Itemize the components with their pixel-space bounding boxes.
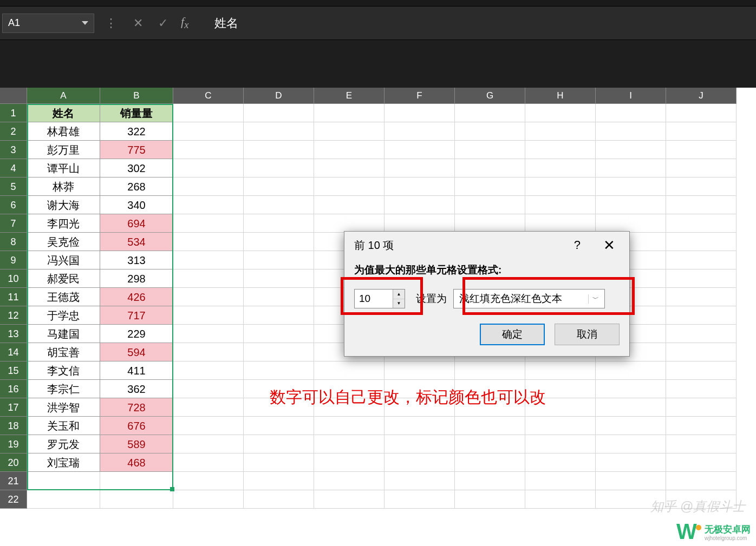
cell-G6[interactable]: [455, 196, 525, 214]
cell-F19[interactable]: [384, 435, 455, 453]
row-header-12[interactable]: 12: [0, 306, 27, 325]
cell-F18[interactable]: [384, 417, 455, 435]
cell-J17[interactable]: [666, 398, 737, 417]
cell-D20[interactable]: [244, 453, 314, 472]
cell-F6[interactable]: [384, 196, 455, 214]
row-header-5[interactable]: 5: [0, 177, 27, 196]
cell-B14[interactable]: 594: [100, 343, 173, 361]
cell-A15[interactable]: 李文信: [27, 361, 100, 380]
row-header-21[interactable]: 21: [0, 472, 27, 490]
column-header-E[interactable]: E: [314, 88, 384, 104]
cell-B11[interactable]: 426: [100, 288, 173, 306]
cell-E2[interactable]: [314, 122, 384, 141]
cell-A17[interactable]: 洪学智: [27, 398, 100, 417]
cell-A8[interactable]: 吴克俭: [27, 233, 100, 251]
cell-J9[interactable]: [666, 251, 737, 269]
count-input[interactable]: [355, 290, 393, 308]
row-header-19[interactable]: 19: [0, 435, 27, 453]
cell-B1[interactable]: 销量量: [100, 104, 173, 122]
cell-B19[interactable]: 589: [100, 435, 173, 453]
cell-D19[interactable]: [244, 435, 314, 453]
cell-A16[interactable]: 李宗仁: [27, 380, 100, 398]
select-all-corner[interactable]: [0, 88, 27, 104]
cell-A20[interactable]: 刘宝瑞: [27, 453, 100, 472]
cell-E6[interactable]: [314, 196, 384, 214]
cell-I3[interactable]: [596, 141, 666, 159]
column-header-I[interactable]: I: [596, 88, 666, 104]
cell-E19[interactable]: [314, 435, 384, 453]
cell-I17[interactable]: [596, 398, 666, 417]
cell-F21[interactable]: [384, 472, 455, 490]
cell-I19[interactable]: [596, 435, 666, 453]
cell-J19[interactable]: [666, 435, 737, 453]
column-header-J[interactable]: J: [666, 88, 737, 104]
cell-C12[interactable]: [173, 306, 244, 325]
cell-I5[interactable]: [596, 177, 666, 196]
cell-J2[interactable]: [666, 122, 737, 141]
cell-I7[interactable]: [596, 214, 666, 233]
cell-B22[interactable]: [100, 490, 173, 509]
cell-D10[interactable]: [244, 269, 314, 288]
cell-B16[interactable]: 362: [100, 380, 173, 398]
cell-H6[interactable]: [525, 196, 596, 214]
cell-D9[interactable]: [244, 251, 314, 269]
cell-D13[interactable]: [244, 325, 314, 343]
cell-C15[interactable]: [173, 361, 244, 380]
cell-J1[interactable]: [666, 104, 737, 122]
cell-G1[interactable]: [455, 104, 525, 122]
cell-D4[interactable]: [244, 159, 314, 177]
fx-icon[interactable]: fx: [175, 15, 198, 31]
cell-C10[interactable]: [173, 269, 244, 288]
cell-H21[interactable]: [525, 472, 596, 490]
row-header-9[interactable]: 9: [0, 251, 27, 269]
row-header-16[interactable]: 16: [0, 380, 27, 398]
cell-G7[interactable]: [455, 214, 525, 233]
cell-F4[interactable]: [384, 159, 455, 177]
ok-button[interactable]: 确定: [480, 324, 545, 345]
cell-G4[interactable]: [455, 159, 525, 177]
cell-J11[interactable]: [666, 288, 737, 306]
cell-G22[interactable]: [455, 490, 525, 509]
cell-D12[interactable]: [244, 306, 314, 325]
cell-D5[interactable]: [244, 177, 314, 196]
cell-E21[interactable]: [314, 472, 384, 490]
cell-D7[interactable]: [244, 214, 314, 233]
cell-F1[interactable]: [384, 104, 455, 122]
cell-A12[interactable]: 于学忠: [27, 306, 100, 325]
row-header-18[interactable]: 18: [0, 417, 27, 435]
cell-E7[interactable]: [314, 214, 384, 233]
cell-B5[interactable]: 268: [100, 177, 173, 196]
cell-E5[interactable]: [314, 177, 384, 196]
cell-C21[interactable]: [173, 472, 244, 490]
cancel-button[interactable]: 取消: [555, 324, 620, 345]
column-header-C[interactable]: C: [173, 88, 244, 104]
cell-A4[interactable]: 谭平山: [27, 159, 100, 177]
row-header-20[interactable]: 20: [0, 453, 27, 472]
row-header-7[interactable]: 7: [0, 214, 27, 233]
cell-F5[interactable]: [384, 177, 455, 196]
cell-A5[interactable]: 林莽: [27, 177, 100, 196]
cell-A21[interactable]: [27, 472, 100, 490]
cell-B21[interactable]: [100, 472, 173, 490]
row-header-2[interactable]: 2: [0, 122, 27, 141]
cell-C20[interactable]: [173, 453, 244, 472]
cell-I2[interactable]: [596, 122, 666, 141]
cell-C14[interactable]: [173, 343, 244, 361]
cell-G3[interactable]: [455, 141, 525, 159]
cell-B18[interactable]: 676: [100, 417, 173, 435]
cell-C4[interactable]: [173, 159, 244, 177]
cell-J13[interactable]: [666, 325, 737, 343]
cell-I15[interactable]: [596, 361, 666, 380]
cell-J18[interactable]: [666, 417, 737, 435]
cell-C1[interactable]: [173, 104, 244, 122]
cell-B6[interactable]: 340: [100, 196, 173, 214]
cell-B9[interactable]: 313: [100, 251, 173, 269]
cell-F15[interactable]: [384, 361, 455, 380]
count-spinner[interactable]: ▲ ▼: [354, 289, 405, 308]
cell-H4[interactable]: [525, 159, 596, 177]
cell-C6[interactable]: [173, 196, 244, 214]
help-icon[interactable]: ?: [568, 238, 587, 252]
column-header-F[interactable]: F: [384, 88, 455, 104]
cell-I6[interactable]: [596, 196, 666, 214]
cell-G5[interactable]: [455, 177, 525, 196]
